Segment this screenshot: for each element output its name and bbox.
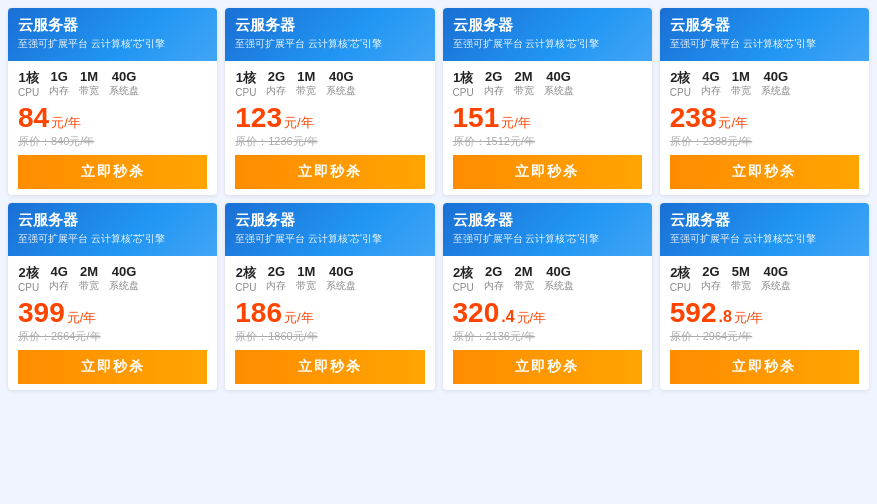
spec-value: 2M — [80, 264, 98, 279]
spec-label: CPU — [453, 87, 474, 98]
spec-label: 内存 — [266, 84, 286, 98]
spec-label: 内存 — [49, 84, 69, 98]
specs-row: 2核 CPU 2G 内存 5M 带宽 40G 系统盘 — [670, 264, 859, 293]
card-body: 1核 CPU 2G 内存 1M 带宽 40G 系统盘 123 元/年 原价：12… — [225, 61, 434, 195]
price-unit: 元/年 — [734, 309, 764, 327]
spec-value: 1核 — [453, 69, 473, 87]
spec-value: 40G — [546, 69, 571, 84]
card-6: 云服务器 至强可扩展平台 云计算核'芯'引擎 2核 CPU 2G 内存 1M 带… — [225, 203, 434, 390]
spec-label: 内存 — [484, 84, 504, 98]
card-subtitle: 至强可扩展平台 云计算核'芯'引擎 — [453, 232, 642, 246]
spec-item-3: 40G 系统盘 — [761, 69, 791, 98]
price-original: 原价：2664元/年 — [18, 329, 207, 344]
price-row: 151 元/年 — [453, 104, 642, 132]
card-1: 云服务器 至强可扩展平台 云计算核'芯'引擎 1核 CPU 1G 内存 1M 带… — [8, 8, 217, 195]
price-unit: 元/年 — [517, 309, 547, 327]
spec-item-3: 40G 系统盘 — [544, 264, 574, 293]
spec-item-2: 2M 带宽 — [514, 264, 534, 293]
spec-value: 2核 — [18, 264, 38, 282]
spec-value: 2G — [702, 264, 719, 279]
spec-item-2: 1M 带宽 — [296, 264, 316, 293]
price-unit: 元/年 — [67, 309, 97, 327]
card-2: 云服务器 至强可扩展平台 云计算核'芯'引擎 1核 CPU 2G 内存 1M 带… — [225, 8, 434, 195]
card-subtitle: 至强可扩展平台 云计算核'芯'引擎 — [235, 232, 424, 246]
price-original: 原价：2136元/年 — [453, 329, 642, 344]
spec-value: 1M — [297, 69, 315, 84]
spec-item-1: 2G 内存 — [701, 264, 721, 293]
card-title: 云服务器 — [453, 211, 642, 230]
buy-button[interactable]: 立即秒杀 — [453, 350, 642, 384]
spec-item-0: 1核 CPU — [235, 69, 256, 98]
spec-label: CPU — [670, 282, 691, 293]
spec-item-3: 40G 系统盘 — [109, 69, 139, 98]
spec-item-1: 2G 内存 — [484, 69, 504, 98]
spec-item-3: 40G 系统盘 — [326, 264, 356, 293]
card-title: 云服务器 — [670, 16, 859, 35]
card-body: 1核 CPU 2G 内存 2M 带宽 40G 系统盘 151 元/年 原价：15… — [443, 61, 652, 195]
card-header: 云服务器 至强可扩展平台 云计算核'芯'引擎 — [660, 8, 869, 61]
card-7: 云服务器 至强可扩展平台 云计算核'芯'引擎 2核 CPU 2G 内存 2M 带… — [443, 203, 652, 390]
card-header: 云服务器 至强可扩展平台 云计算核'芯'引擎 — [8, 203, 217, 256]
card-body: 2核 CPU 2G 内存 5M 带宽 40G 系统盘 592.8 元/年 原价：… — [660, 256, 869, 390]
buy-button[interactable]: 立即秒杀 — [670, 155, 859, 189]
spec-label: 内存 — [49, 279, 69, 293]
card-4: 云服务器 至强可扩展平台 云计算核'芯'引擎 2核 CPU 4G 内存 1M 带… — [660, 8, 869, 195]
spec-label: 内存 — [266, 279, 286, 293]
card-subtitle: 至强可扩展平台 云计算核'芯'引擎 — [670, 232, 859, 246]
card-subtitle: 至强可扩展平台 云计算核'芯'引擎 — [235, 37, 424, 51]
spec-value: 1核 — [18, 69, 38, 87]
spec-value: 1M — [80, 69, 98, 84]
spec-item-0: 1核 CPU — [453, 69, 474, 98]
spec-value: 40G — [329, 69, 354, 84]
spec-item-1: 2G 内存 — [266, 69, 286, 98]
card-title: 云服务器 — [453, 16, 642, 35]
spec-label: 系统盘 — [109, 84, 139, 98]
spec-item-2: 2M 带宽 — [514, 69, 534, 98]
spec-label: 带宽 — [731, 84, 751, 98]
spec-label: 带宽 — [514, 279, 534, 293]
buy-button[interactable]: 立即秒杀 — [18, 350, 207, 384]
buy-button[interactable]: 立即秒杀 — [235, 350, 424, 384]
spec-item-3: 40G 系统盘 — [544, 69, 574, 98]
card-5: 云服务器 至强可扩展平台 云计算核'芯'引擎 2核 CPU 4G 内存 2M 带… — [8, 203, 217, 390]
buy-button[interactable]: 立即秒杀 — [18, 155, 207, 189]
spec-item-3: 40G 系统盘 — [109, 264, 139, 293]
spec-value: 2G — [268, 264, 285, 279]
price-main: 84 — [18, 104, 49, 132]
price-decimal: .4 — [501, 309, 514, 325]
price-original: 原价：2964元/年 — [670, 329, 859, 344]
specs-row: 2核 CPU 2G 内存 1M 带宽 40G 系统盘 — [235, 264, 424, 293]
spec-item-0: 2核 CPU — [670, 264, 691, 293]
buy-button[interactable]: 立即秒杀 — [235, 155, 424, 189]
price-row: 592.8 元/年 — [670, 299, 859, 327]
spec-item-2: 1M 带宽 — [79, 69, 99, 98]
price-original: 原价：2388元/年 — [670, 134, 859, 149]
spec-item-1: 4G 内存 — [49, 264, 69, 293]
spec-value: 2核 — [453, 264, 473, 282]
price-main: 320 — [453, 299, 500, 327]
spec-item-1: 2G 内存 — [484, 264, 504, 293]
spec-label: 系统盘 — [326, 84, 356, 98]
card-subtitle: 至强可扩展平台 云计算核'芯'引擎 — [18, 232, 207, 246]
price-unit: 元/年 — [51, 114, 81, 132]
spec-item-1: 1G 内存 — [49, 69, 69, 98]
spec-value: 5M — [732, 264, 750, 279]
spec-label: CPU — [235, 282, 256, 293]
buy-button[interactable]: 立即秒杀 — [453, 155, 642, 189]
spec-label: 带宽 — [296, 279, 316, 293]
spec-item-0: 2核 CPU — [235, 264, 256, 293]
spec-label: 带宽 — [79, 84, 99, 98]
spec-item-1: 4G 内存 — [701, 69, 721, 98]
spec-label: 系统盘 — [761, 279, 791, 293]
card-title: 云服务器 — [670, 211, 859, 230]
card-body: 2核 CPU 2G 内存 2M 带宽 40G 系统盘 320.4 元/年 原价：… — [443, 256, 652, 390]
card-body: 2核 CPU 4G 内存 1M 带宽 40G 系统盘 238 元/年 原价：23… — [660, 61, 869, 195]
spec-value: 2核 — [670, 69, 690, 87]
price-row: 399 元/年 — [18, 299, 207, 327]
card-header: 云服务器 至强可扩展平台 云计算核'芯'引擎 — [660, 203, 869, 256]
price-main: 151 — [453, 104, 500, 132]
buy-button[interactable]: 立即秒杀 — [670, 350, 859, 384]
card-header: 云服务器 至强可扩展平台 云计算核'芯'引擎 — [443, 8, 652, 61]
spec-value: 4G — [50, 264, 67, 279]
card-header: 云服务器 至强可扩展平台 云计算核'芯'引擎 — [225, 8, 434, 61]
